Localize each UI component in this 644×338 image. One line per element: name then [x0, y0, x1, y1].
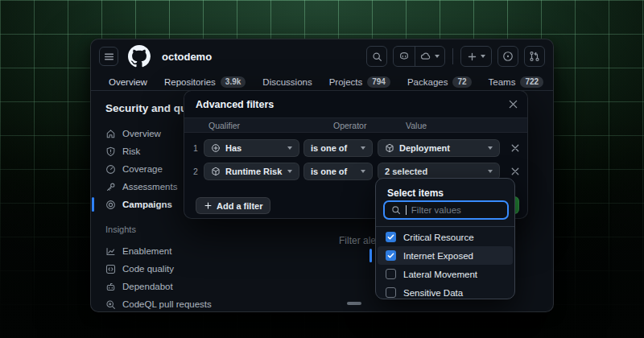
column-qualifier: Qualifier: [208, 121, 240, 130]
column-operator: Operator: [333, 121, 366, 130]
org-nav-tabs: Overview Repositories3.9k Discussions Pr…: [91, 73, 553, 91]
list-item-lateral-movement[interactable]: Lateral Movement: [378, 265, 513, 283]
plus-icon: [204, 201, 213, 210]
sidebar-item-overview[interactable]: Overview: [105, 125, 188, 142]
sidebar-title: Security and quality: [105, 102, 188, 114]
copilot-icon: [398, 51, 410, 62]
chevron-down-icon: [435, 55, 440, 58]
chevron-down-icon: [287, 170, 292, 173]
checkbox-unchecked[interactable]: [386, 287, 396, 298]
filter-table-header: Qualifier Operator Value: [184, 117, 527, 133]
check-icon: [387, 252, 394, 259]
repositories-count: 3.9k: [221, 76, 246, 88]
filter-values-input[interactable]: [411, 205, 501, 215]
packages-count: 72: [452, 76, 471, 88]
checkbox-unchecked[interactable]: [386, 269, 396, 279]
chevron-down-icon: [488, 170, 493, 173]
home-icon: [105, 129, 116, 139]
plus-icon: [467, 52, 477, 62]
copilot-button[interactable]: [394, 47, 415, 66]
tab-teams[interactable]: Teams722: [489, 73, 544, 90]
tab-packages[interactable]: Packages72: [407, 73, 472, 90]
hamburger-menu-button[interactable]: [99, 47, 118, 66]
remove-filter-button[interactable]: [508, 165, 522, 178]
shield-icon: [105, 146, 116, 157]
close-icon: [509, 100, 518, 109]
remove-filter-button[interactable]: [508, 142, 522, 155]
qualifier-dropdown[interactable]: Runtime Risk: [204, 163, 299, 180]
graph-icon: [105, 246, 116, 257]
issues-button[interactable]: [497, 46, 518, 67]
org-name[interactable]: octodemo: [162, 51, 212, 63]
select-items-list: Critical Resource Internet Exposed Later…: [376, 228, 514, 302]
list-item-internet-exposed[interactable]: Internet Exposed: [378, 246, 513, 265]
qualifier-dropdown[interactable]: Has: [204, 139, 299, 157]
close-icon: [511, 167, 519, 175]
header-divider: [452, 48, 453, 64]
app-header: octodemo: [91, 39, 553, 73]
sidebar-item-codeql-pull-requests[interactable]: CodeQL pull requests: [105, 295, 188, 312]
dialog-header: Advanced filters: [184, 91, 527, 117]
code-icon: [105, 264, 116, 274]
copilot-split-button: [393, 46, 445, 67]
dependabot-icon: [105, 282, 116, 292]
scrollbar-handle[interactable]: [347, 302, 361, 305]
operator-dropdown[interactable]: is one of: [303, 163, 373, 180]
active-item-indicator: [92, 197, 94, 212]
filter-row: 1 Has is one of Deployment: [184, 139, 527, 157]
teams-count: 722: [520, 76, 543, 88]
meter-icon: [105, 164, 116, 175]
checkbox-checked[interactable]: [386, 232, 396, 242]
sidebar-item-coverage[interactable]: Coverage: [105, 160, 188, 178]
tab-overview[interactable]: Overview: [109, 73, 147, 90]
tab-projects[interactable]: Projects794: [329, 73, 390, 90]
add-filter-button[interactable]: Add a filter: [196, 197, 270, 214]
search-icon: [391, 205, 401, 215]
chevron-down-icon: [481, 55, 485, 58]
sidebar-item-dependabot[interactable]: Dependabot: [105, 278, 188, 295]
sidebar-item-assessments[interactable]: Assessments: [105, 178, 188, 196]
create-new-button[interactable]: [460, 46, 492, 67]
chevron-down-icon: [361, 146, 365, 150]
tab-repositories[interactable]: Repositories3.9k: [164, 73, 246, 90]
github-logo-icon[interactable]: [128, 45, 151, 68]
column-value: Value: [406, 121, 427, 130]
sidebar-section-insights: Insights: [105, 225, 188, 234]
chevron-down-icon: [361, 170, 365, 173]
key-icon: [105, 182, 116, 192]
tab-discussions[interactable]: Discussions: [262, 73, 312, 90]
text-cursor: [406, 205, 407, 215]
list-item-sensitive-data[interactable]: Sensitive Data: [378, 283, 513, 302]
copilot-menu-button[interactable]: [415, 47, 444, 66]
header-actions: [366, 46, 545, 67]
checkbox-checked[interactable]: [386, 250, 396, 261]
sidebar-item-campaigns[interactable]: Campaigns: [105, 196, 188, 213]
cube-icon: [385, 143, 394, 153]
chevron-down-icon: [287, 146, 292, 150]
projects-count: 794: [367, 76, 390, 88]
close-icon: [511, 144, 519, 152]
value-dropdown[interactable]: Deployment: [378, 139, 500, 157]
close-dialog-button[interactable]: [509, 100, 518, 109]
search-button[interactable]: [366, 46, 387, 67]
focused-item-indicator: [369, 249, 372, 262]
list-item-critical-resource[interactable]: Critical Resource: [378, 228, 513, 246]
sidebar-item-enablement[interactable]: Enablement: [105, 242, 188, 260]
row-number: 1: [191, 143, 200, 153]
codeql-icon: [105, 299, 116, 310]
page-background: octodemo: [0, 0, 644, 338]
sidebar-item-risk[interactable]: Risk: [105, 142, 188, 160]
row-number: 2: [191, 167, 200, 176]
cloud-icon: [420, 51, 431, 62]
search-icon: [372, 52, 382, 62]
pull-requests-button[interactable]: [524, 46, 545, 67]
goal-icon: [105, 200, 116, 210]
panel-divider: [376, 226, 514, 227]
sidebar-item-code-quality[interactable]: Code quality: [105, 260, 188, 278]
filter-values-search[interactable]: [383, 200, 509, 220]
plus-circle-icon: [211, 143, 221, 153]
git-pull-request-icon: [529, 51, 540, 62]
dialog-title: Advanced filters: [196, 99, 274, 110]
issue-opened-icon: [502, 51, 514, 62]
operator-dropdown[interactable]: is one of: [303, 139, 373, 157]
